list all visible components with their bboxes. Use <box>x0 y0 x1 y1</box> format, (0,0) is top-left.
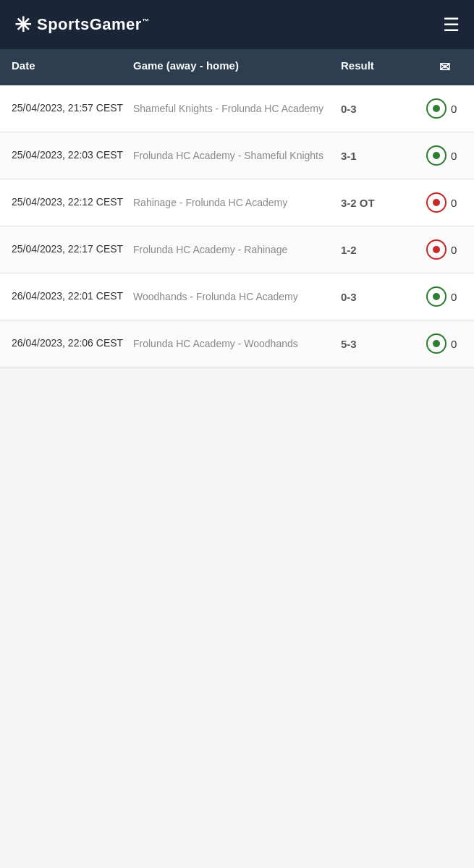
count-0: 0 <box>451 103 457 115</box>
cell-game-5: Frolunda HC Academy - Woodhands <box>133 336 335 352</box>
col-header-date: Date <box>12 59 127 75</box>
status-icon-3[interactable] <box>426 239 447 260</box>
cell-icons-1: 0 <box>426 145 462 166</box>
cell-game-2: Rahinage - Frolunda HC Academy <box>133 195 335 210</box>
status-icon-2[interactable] <box>426 192 447 213</box>
inner-dot-4 <box>433 293 440 300</box>
count-4: 0 <box>451 291 457 303</box>
cell-date-0: 25/04/2023, 21:57 CEST <box>12 101 127 116</box>
inner-dot-5 <box>433 340 440 347</box>
logo-tm: ™ <box>142 17 150 25</box>
cell-icons-2: 0 <box>426 192 462 213</box>
cell-date-1: 25/04/2023, 22:03 CEST <box>12 148 127 163</box>
inner-dot-0 <box>433 105 440 112</box>
col-header-mail: ✉ <box>426 59 462 75</box>
logo-icon: ✳ <box>14 13 31 37</box>
status-icon-1[interactable] <box>426 145 447 166</box>
app-header: ✳ SportsGamer™ ☰ <box>0 0 474 49</box>
cell-result-4: 0-3 <box>341 291 420 303</box>
cell-icons-3: 0 <box>426 239 462 260</box>
logo-name: SportsGamer <box>37 15 142 33</box>
cell-date-5: 26/04/2023, 22:06 CEST <box>12 336 127 351</box>
table-row: 25/04/2023, 22:17 CEST Frolunda HC Acade… <box>0 226 474 273</box>
table-row: 25/04/2023, 22:12 CEST Rahinage - Frolun… <box>0 179 474 226</box>
col-header-game: Game (away - home) <box>133 59 335 75</box>
count-2: 0 <box>451 197 457 209</box>
table-row: 26/04/2023, 22:06 CEST Frolunda HC Acade… <box>0 320 474 367</box>
cell-result-3: 1-2 <box>341 244 420 256</box>
count-3: 0 <box>451 244 457 256</box>
inner-dot-2 <box>433 199 440 206</box>
cell-date-3: 25/04/2023, 22:17 CEST <box>12 242 127 257</box>
status-icon-4[interactable] <box>426 286 447 307</box>
col-header-result: Result <box>341 59 420 75</box>
cell-icons-4: 0 <box>426 286 462 307</box>
cell-icons-5: 0 <box>426 333 462 354</box>
hamburger-menu[interactable]: ☰ <box>443 15 460 34</box>
inner-dot-1 <box>433 152 440 159</box>
count-5: 0 <box>451 338 457 350</box>
cell-result-0: 0-3 <box>341 103 420 115</box>
table-row: 25/04/2023, 22:03 CEST Frolunda HC Acade… <box>0 132 474 179</box>
logo-text: SportsGamer™ <box>37 15 149 34</box>
table-row: 25/04/2023, 21:57 CEST Shameful Knights … <box>0 85 474 132</box>
cell-date-4: 26/04/2023, 22:01 CEST <box>12 289 127 304</box>
cell-game-3: Frolunda HC Academy - Rahinage <box>133 242 335 258</box>
cell-result-2: 3-2 OT <box>341 197 420 209</box>
inner-dot-3 <box>433 246 440 253</box>
count-1: 0 <box>451 150 457 162</box>
table-row: 26/04/2023, 22:01 CEST Woodhands - Frolu… <box>0 273 474 320</box>
cell-game-0: Shameful Knights - Frolunda HC Academy <box>133 101 335 116</box>
status-icon-0[interactable] <box>426 98 447 119</box>
cell-game-1: Frolunda HC Academy - Shameful Knights <box>133 148 335 163</box>
table-header: Date Game (away - home) Result ✉ <box>0 49 474 85</box>
table-body: 25/04/2023, 21:57 CEST Shameful Knights … <box>0 85 474 367</box>
cell-result-1: 3-1 <box>341 150 420 162</box>
cell-game-4: Woodhands - Frolunda HC Academy <box>133 289 335 305</box>
cell-date-2: 25/04/2023, 22:12 CEST <box>12 195 127 210</box>
cell-icons-0: 0 <box>426 98 462 119</box>
cell-result-5: 5-3 <box>341 338 420 350</box>
status-icon-5[interactable] <box>426 333 447 354</box>
logo-container: ✳ SportsGamer™ <box>14 13 149 37</box>
